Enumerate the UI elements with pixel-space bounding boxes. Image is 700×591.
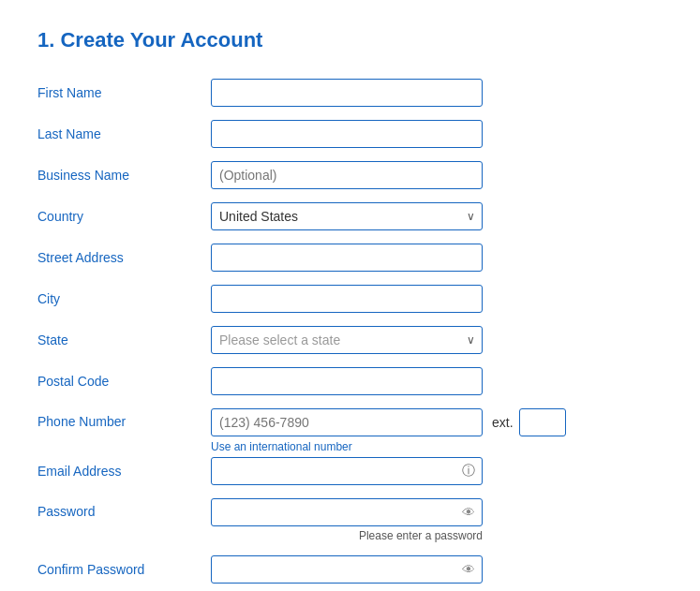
confirm-password-row: Confirm Password 👁: [37, 555, 663, 584]
page-title: 1. Create Your Account: [37, 28, 663, 52]
ext-input[interactable]: [519, 408, 566, 436]
street-address-row: Street Address: [37, 244, 663, 272]
confirm-password-input-wrapper: 👁: [211, 555, 483, 584]
phone-number-label: Phone Number: [37, 414, 211, 429]
password-hint: Please enter a password: [211, 529, 483, 542]
password-group: 👁 Please enter a password: [211, 498, 483, 542]
password-row: Password 👁 Please enter a password: [37, 498, 663, 542]
confirm-password-label: Confirm Password: [37, 562, 211, 577]
first-name-label: First Name: [37, 85, 211, 100]
last-name-input[interactable]: [211, 120, 483, 148]
street-address-label: Street Address: [37, 250, 211, 265]
business-name-label: Business Name: [37, 168, 211, 183]
last-name-row: Last Name: [37, 120, 663, 148]
postal-code-input[interactable]: [211, 367, 483, 395]
state-select[interactable]: Please select a state Alabama Alaska Ari…: [211, 326, 483, 354]
password-label: Password: [37, 504, 211, 519]
city-input[interactable]: [211, 285, 483, 313]
password-input-wrapper: 👁: [211, 498, 483, 526]
password-input[interactable]: [211, 498, 483, 526]
first-name-row: First Name: [37, 79, 663, 107]
phone-number-row: Phone Number ext. Use an international n…: [37, 408, 663, 453]
country-row: Country United States Canada United King…: [37, 202, 663, 230]
city-label: City: [37, 291, 211, 306]
intl-number-link[interactable]: Use an international number: [211, 440, 352, 453]
phone-number-input[interactable]: [211, 408, 483, 436]
country-select[interactable]: United States Canada United Kingdom Aust…: [211, 202, 483, 230]
first-name-input[interactable]: [211, 79, 483, 107]
city-row: City: [37, 285, 663, 313]
state-select-wrapper: Please select a state Alabama Alaska Ari…: [211, 326, 483, 354]
email-address-input[interactable]: [211, 457, 483, 485]
state-label: State: [37, 332, 211, 347]
ext-label: ext.: [492, 415, 514, 430]
state-row: State Please select a state Alabama Alas…: [37, 326, 663, 354]
postal-code-label: Postal Code: [37, 374, 211, 389]
postal-code-row: Postal Code: [37, 367, 663, 395]
business-name-row: Business Name: [37, 161, 663, 189]
email-address-row: Email Address ⓘ: [37, 457, 663, 485]
email-input-wrapper: ⓘ: [211, 457, 483, 485]
phone-inputs-row: ext.: [211, 408, 566, 436]
last-name-label: Last Name: [37, 126, 211, 141]
business-name-input[interactable]: [211, 161, 483, 189]
phone-group: ext. Use an international number: [211, 408, 566, 453]
country-label: Country: [37, 209, 211, 224]
country-select-wrapper: United States Canada United Kingdom Aust…: [211, 202, 483, 230]
confirm-password-input[interactable]: [211, 555, 483, 584]
email-address-label: Email Address: [37, 464, 211, 479]
street-address-input[interactable]: [211, 244, 483, 272]
